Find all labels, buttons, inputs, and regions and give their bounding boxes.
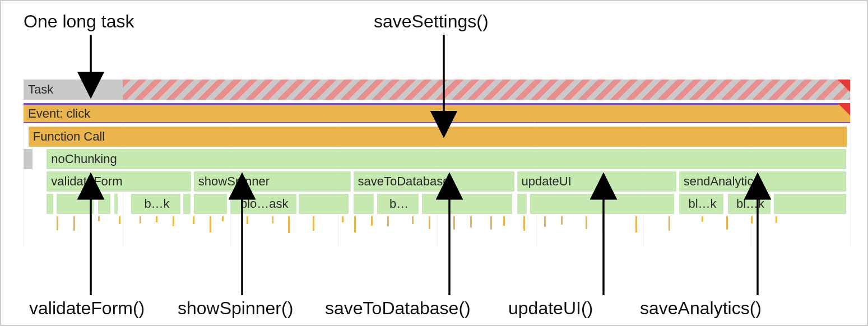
timeline-tick bbox=[371, 216, 373, 226]
row-task[interactable]: Task bbox=[24, 80, 850, 100]
timeline-tick bbox=[453, 216, 455, 230]
task-bar-grey[interactable]: Task bbox=[24, 80, 123, 100]
grey-stub[interactable] bbox=[24, 149, 33, 169]
row-event[interactable]: Event: click bbox=[24, 103, 850, 123]
leaf-block[interactable]: bl…k bbox=[728, 194, 771, 214]
nochunking-label: noChunking bbox=[51, 152, 117, 166]
long-event-marker-icon bbox=[838, 103, 850, 115]
leaf-block[interactable] bbox=[47, 194, 53, 214]
child-label: sendAnalytics bbox=[684, 174, 760, 189]
timeline-tick bbox=[387, 216, 389, 226]
timeline-tick bbox=[544, 216, 546, 227]
timeline-tick bbox=[288, 216, 290, 233]
timeline-tick bbox=[342, 216, 344, 222]
timeline-tick bbox=[412, 216, 414, 224]
child-updateui[interactable]: updateUI bbox=[517, 171, 677, 192]
timeline-tick bbox=[119, 216, 120, 224]
leaf-block[interactable] bbox=[354, 194, 374, 214]
leaf-block[interactable] bbox=[517, 194, 527, 214]
leaf-block[interactable]: b… bbox=[377, 194, 419, 214]
timeline-tick bbox=[669, 216, 670, 231]
flame-chart: Task Event: click Function Call noChunki… bbox=[24, 80, 850, 248]
leaf-label: b…k bbox=[144, 197, 169, 211]
timeline-tick bbox=[602, 216, 604, 232]
leaf-block[interactable] bbox=[183, 194, 191, 214]
leaf-block[interactable] bbox=[422, 194, 512, 214]
child-label: validateForm bbox=[51, 174, 122, 189]
timeline-tick bbox=[247, 216, 248, 224]
leaf-label: bl…k bbox=[736, 197, 764, 211]
timeline-tick bbox=[561, 216, 563, 225]
leaf-label: blo…ask bbox=[240, 197, 289, 211]
child-showspinner[interactable]: showSpinner bbox=[194, 171, 351, 192]
leaf-block[interactable]: bl…k bbox=[679, 194, 724, 214]
tick-row bbox=[24, 216, 850, 237]
leaf-label: bl…k bbox=[688, 197, 716, 211]
timeline-tick bbox=[751, 216, 753, 223]
timeline-tick bbox=[776, 216, 777, 223]
timeline-tick bbox=[490, 216, 492, 230]
timeline-tick bbox=[173, 216, 174, 226]
long-task-marker-icon bbox=[838, 80, 850, 92]
timeline-tick bbox=[429, 216, 430, 229]
row-children: validateFormshowSpinnersaveToDatabaseupd… bbox=[24, 171, 850, 190]
timeline-tick bbox=[210, 216, 211, 232]
timeline-tick bbox=[156, 216, 157, 222]
function-call-label: Function Call bbox=[33, 129, 105, 144]
timeline-tick bbox=[98, 216, 100, 221]
function-call-bar[interactable]: Function Call bbox=[29, 127, 847, 147]
event-click-bar[interactable]: Event: click bbox=[24, 103, 850, 123]
row-nochunking[interactable]: noChunking bbox=[24, 149, 850, 168]
leaf-label: b… bbox=[389, 197, 409, 211]
annotation-updateui: updateUI() bbox=[508, 298, 593, 319]
leaf-block[interactable]: blo…ask bbox=[230, 194, 296, 214]
timeline-tick bbox=[702, 216, 703, 222]
child-label: updateUI bbox=[522, 174, 572, 189]
timeline-tick bbox=[140, 216, 141, 223]
leaf-block[interactable] bbox=[57, 194, 94, 214]
timeline-tick bbox=[354, 216, 356, 232]
annotation-save-settings: saveSettings() bbox=[374, 11, 489, 32]
leaf-block[interactable] bbox=[114, 194, 118, 214]
timeline-tick bbox=[193, 216, 194, 224]
task-label: Task bbox=[28, 82, 53, 97]
timeline-tick bbox=[470, 216, 472, 227]
child-sendanalytics[interactable]: sendAnalytics bbox=[679, 171, 846, 192]
timeline-tick bbox=[586, 216, 587, 229]
row-leaves: b…kblo…askb…bl…kbl…k bbox=[24, 194, 850, 213]
child-validateform[interactable]: validateForm bbox=[47, 171, 191, 192]
timeline-tick bbox=[726, 216, 728, 230]
annotation-showspinner: showSpinner() bbox=[178, 298, 293, 319]
leaf-block[interactable] bbox=[194, 194, 227, 214]
devtools-flame-annotated: One long task saveSettings() Task Event:… bbox=[0, 0, 868, 326]
task-bar-long[interactable] bbox=[123, 80, 850, 100]
annotation-savetodatabase: saveToDatabase() bbox=[325, 298, 471, 319]
annotation-saveanalytics: saveAnalytics() bbox=[640, 298, 762, 319]
event-label: Event: click bbox=[28, 106, 90, 121]
leaf-block[interactable] bbox=[299, 194, 349, 214]
child-label: saveToDatabase bbox=[358, 174, 450, 189]
timeline-tick bbox=[272, 216, 273, 223]
leaf-block[interactable] bbox=[774, 194, 846, 214]
annotation-one-long-task: One long task bbox=[24, 11, 134, 32]
timeline-tick bbox=[222, 216, 224, 221]
timeline-tick bbox=[73, 216, 75, 231]
leaf-block[interactable]: b…k bbox=[131, 194, 181, 214]
timeline-tick bbox=[313, 216, 314, 231]
annotation-validateform: validateForm() bbox=[29, 298, 145, 319]
timeline-tick bbox=[503, 216, 505, 226]
nochunking-bar[interactable]: noChunking bbox=[47, 149, 846, 169]
leaf-block[interactable] bbox=[530, 194, 674, 214]
timeline-tick bbox=[523, 216, 525, 231]
timeline-tick bbox=[57, 216, 58, 230]
child-label: showSpinner bbox=[198, 174, 270, 189]
row-function-call[interactable]: Function Call bbox=[24, 127, 850, 146]
leaf-block[interactable] bbox=[98, 194, 110, 214]
timeline-tick bbox=[635, 216, 637, 232]
child-savetodatabase[interactable]: saveToDatabase bbox=[354, 171, 515, 192]
